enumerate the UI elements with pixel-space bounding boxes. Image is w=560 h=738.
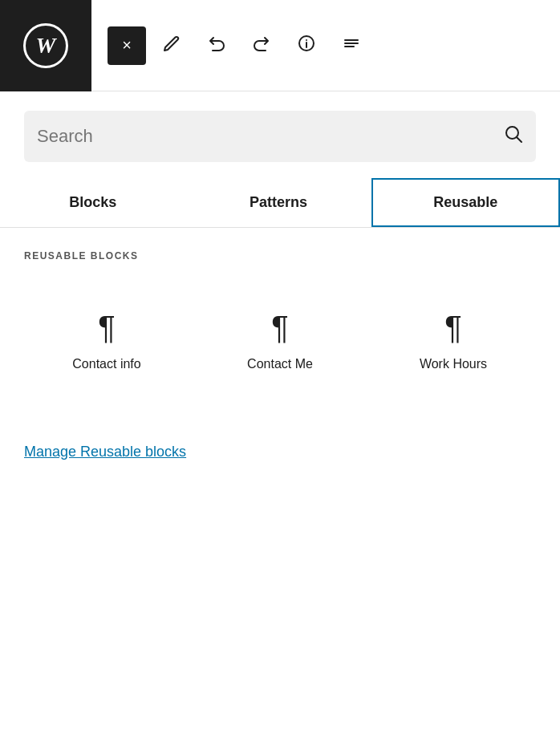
section-label: REUSABLE BLOCKS [0, 228, 560, 270]
menu-button[interactable] [332, 26, 371, 65]
manage-reusable-blocks-link[interactable]: Manage Reusable blocks [24, 444, 186, 460]
block-item-work-hours[interactable]: ¶ Work Hours [371, 286, 536, 387]
undo-icon [208, 34, 225, 57]
block-item-contact-info[interactable]: ¶ Contact info [24, 286, 189, 387]
search-input[interactable] [37, 126, 504, 147]
redo-icon [253, 34, 270, 57]
edit-icon [163, 34, 181, 57]
menu-icon [343, 34, 360, 57]
tab-patterns[interactable]: Patterns [185, 178, 371, 227]
search-area [0, 91, 560, 178]
info-button[interactable] [287, 26, 326, 65]
block-icon-contact-me: ¶ [271, 310, 288, 346]
block-label-work-hours: Work Hours [420, 357, 487, 371]
search-box [24, 111, 536, 162]
block-label-contact-me: Contact Me [247, 357, 313, 371]
wp-logo-icon: W [23, 23, 68, 68]
block-icon-work-hours: ¶ [444, 310, 461, 346]
edit-button[interactable] [152, 26, 191, 65]
close-icon: × [122, 36, 132, 55]
redo-button[interactable] [242, 26, 281, 65]
close-button[interactable]: × [108, 26, 146, 65]
svg-line-7 [517, 138, 522, 143]
block-item-contact-me[interactable]: ¶ Contact Me [197, 286, 363, 387]
undo-button[interactable] [197, 26, 236, 65]
svg-point-6 [506, 127, 518, 139]
wp-logo: W [0, 0, 91, 91]
toolbar-actions: × [91, 26, 560, 65]
svg-point-2 [306, 39, 307, 41]
info-icon [298, 34, 315, 57]
tab-reusable[interactable]: Reusable [371, 178, 560, 227]
toolbar: W × [0, 0, 560, 91]
tab-blocks[interactable]: Blocks [0, 178, 185, 227]
reusable-blocks-grid: ¶ Contact info ¶ Contact Me ¶ Work Hours [0, 270, 560, 412]
block-label-contact-info: Contact info [72, 357, 140, 371]
search-icon [504, 124, 523, 148]
tabs: Blocks Patterns Reusable [0, 178, 560, 228]
manage-link-wrap: Manage Reusable blocks [0, 412, 560, 485]
block-icon-contact-info: ¶ [98, 310, 115, 346]
